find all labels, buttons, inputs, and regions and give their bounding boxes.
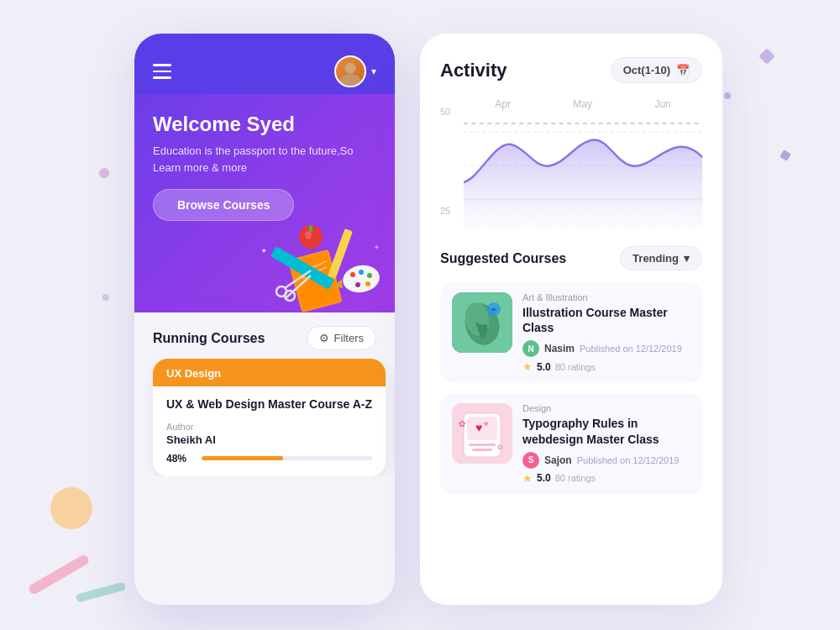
course-card-1[interactable]: UX Design UX & Web Design Master Course … [153, 359, 386, 476]
welcome-banner: Welcome Syed Education is the passport t… [134, 94, 395, 312]
svg-text:✦: ✦ [260, 246, 267, 255]
author-avatar-2: S [522, 452, 539, 469]
suggested-info-2: Design Typography Rules in webdesign Mas… [522, 403, 690, 484]
suggested-card-2[interactable]: ♥ ♥ ✿ ✿ Design Typography Rules in webde… [440, 393, 702, 494]
ratings-count-2: 80 ratings [555, 473, 596, 483]
course-author-label-1: Author [166, 422, 372, 432]
running-courses-title: Running Courses [153, 331, 265, 346]
trending-label: Trending [633, 252, 679, 265]
rating-value-1: 5.0 [537, 361, 551, 373]
svg-rect-38 [469, 444, 496, 446]
chart-y-labels: 50 25 [440, 107, 450, 216]
filters-label: Filters [334, 332, 364, 344]
svg-point-2 [345, 63, 355, 73]
svg-rect-39 [472, 449, 492, 451]
welcome-title: Welcome Syed [153, 113, 376, 136]
suggested-thumb-2: ♥ ♥ ✿ ✿ [452, 403, 512, 464]
author-row-1: N Nasim Published on 12/12/2019 [522, 340, 690, 357]
svg-point-16 [367, 273, 372, 278]
svg-rect-11 [309, 225, 312, 232]
courses-scroll: UX Design UX & Web Design Master Course … [134, 359, 395, 476]
right-panel: Activity Oct(1-10) 📅 50 25 [420, 34, 722, 605]
chevron-down-icon: ▾ [371, 66, 376, 77]
chevron-down-icon: ▾ [684, 252, 690, 265]
svg-text:✦: ✦ [374, 244, 380, 251]
avatar-container[interactable]: ▾ [334, 55, 376, 87]
suggested-category-2: Design [522, 403, 690, 413]
menu-button[interactable] [153, 64, 171, 79]
suggested-courses-header: Suggested Courses Trending ▾ [440, 246, 702, 270]
banner-wave [134, 289, 395, 312]
chart-area: 50 25 [440, 98, 702, 241]
author-name-1: Nasim [544, 343, 575, 354]
star-icon-1: ★ [522, 360, 533, 373]
progress-bar-fill-1 [202, 456, 283, 460]
author-name-2: Sajon [544, 454, 572, 466]
date-range-button[interactable]: Oct(1-10) 📅 [611, 57, 702, 83]
course-card-body-1: UX & Web Design Master Course A-Z Author… [153, 386, 386, 476]
progress-bar-bg-1 [202, 456, 372, 460]
suggested-category-1: Art & Illustration [522, 292, 690, 302]
svg-text:✿: ✿ [497, 444, 503, 451]
avatar [334, 55, 366, 87]
calendar-icon: 📅 [676, 64, 690, 76]
svg-point-17 [365, 281, 370, 286]
rating-row-2: ★ 5.0 80 ratings [522, 472, 690, 485]
svg-point-12 [305, 231, 312, 239]
course-author-name-1: Sheikh Al [166, 433, 372, 446]
course-tag-1: UX Design [153, 359, 386, 386]
left-phone: ▾ Welcome Syed Education is the passport… [134, 34, 395, 605]
phone-header: ▾ [134, 34, 395, 94]
welcome-subtitle: Education is the passport to the future,… [153, 143, 376, 176]
suggested-info-1: Art & Illustration Illustration Course M… [522, 292, 690, 373]
trending-button[interactable]: Trending ▾ [620, 246, 702, 270]
author-row-2: S Sajon Published on 12/12/2019 [522, 452, 690, 469]
published-1: Published on 12/12/2019 [580, 344, 682, 354]
rating-row-1: ★ 5.0 80 ratings [522, 360, 690, 373]
star-icon-2: ★ [522, 472, 533, 485]
author-avatar-1: N [522, 340, 539, 357]
ratings-count-1: 80 ratings [555, 362, 596, 372]
rating-value-2: 5.0 [537, 472, 551, 484]
suggested-card-1[interactable]: Art & Illustration Illustration Course M… [440, 282, 702, 383]
activity-title: Activity [440, 60, 507, 81]
suggested-thumb-1 [452, 292, 512, 353]
suggested-course-title-2: Typography Rules in webdesign Master Cla… [522, 416, 690, 446]
svg-point-15 [359, 270, 364, 275]
filters-button[interactable]: ⚙ Filters [307, 326, 376, 350]
svg-point-18 [355, 282, 360, 287]
svg-text:♥: ♥ [475, 421, 482, 434]
running-courses-header: Running Courses ⚙ Filters [134, 312, 395, 359]
progress-row-1: 48% [166, 453, 372, 465]
svg-text:✿: ✿ [459, 419, 465, 428]
progress-percent-1: 48% [166, 453, 193, 465]
svg-point-1 [340, 74, 360, 86]
chart-svg [464, 98, 702, 233]
date-range-label: Oct(1-10) [623, 64, 670, 76]
suggested-title: Suggested Courses [440, 251, 566, 266]
published-2: Published on 12/12/2019 [577, 455, 680, 465]
svg-point-14 [350, 272, 355, 277]
activity-header: Activity Oct(1-10) 📅 [440, 57, 702, 83]
suggested-course-title-1: Illustration Course Master Class [522, 305, 690, 335]
course-title-1: UX & Web Design Master Course A-Z [166, 396, 372, 413]
filter-icon: ⚙ [319, 332, 329, 344]
svg-text:♥: ♥ [484, 419, 489, 428]
